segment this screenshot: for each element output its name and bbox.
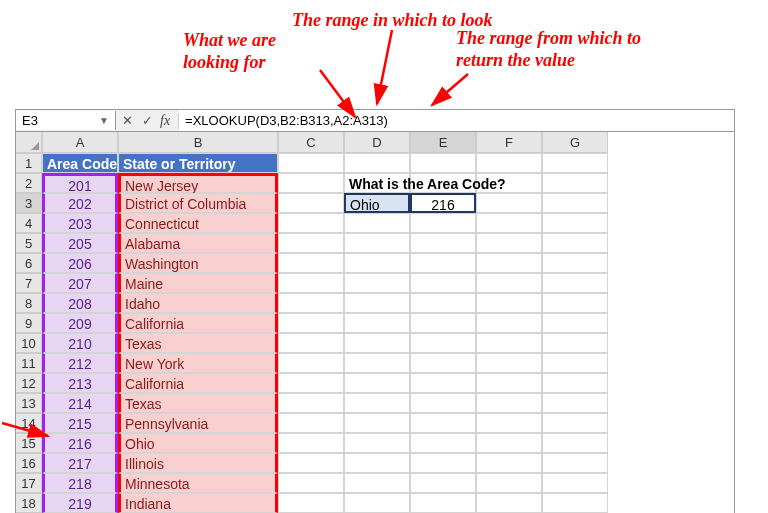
cell[interactable]: [344, 493, 410, 513]
cell[interactable]: [278, 473, 344, 493]
cell[interactable]: [344, 253, 410, 273]
cell[interactable]: [476, 313, 542, 333]
cell[interactable]: [410, 493, 476, 513]
area-code-cell[interactable]: 216: [42, 433, 118, 453]
state-cell[interactable]: California: [118, 313, 278, 333]
cell[interactable]: [542, 433, 608, 453]
cell[interactable]: [476, 253, 542, 273]
cell[interactable]: [344, 473, 410, 493]
state-cell[interactable]: Minnesota: [118, 473, 278, 493]
cell[interactable]: [542, 393, 608, 413]
cell[interactable]: [278, 153, 344, 173]
row-header[interactable]: 4: [16, 213, 42, 233]
cell[interactable]: [476, 333, 542, 353]
row-header[interactable]: 17: [16, 473, 42, 493]
col-header[interactable]: A: [42, 132, 118, 153]
area-code-cell[interactable]: 219: [42, 493, 118, 513]
row-header[interactable]: 18: [16, 493, 42, 513]
cell[interactable]: [410, 373, 476, 393]
row-header[interactable]: 13: [16, 393, 42, 413]
area-code-cell[interactable]: 203: [42, 213, 118, 233]
cell[interactable]: [476, 473, 542, 493]
area-code-cell[interactable]: 212: [42, 353, 118, 373]
state-cell[interactable]: Connecticut: [118, 213, 278, 233]
grid[interactable]: A B C D E F G 1 Area Code State or Terri…: [16, 132, 734, 513]
state-cell[interactable]: District of Columbia: [118, 193, 278, 213]
cell[interactable]: [344, 333, 410, 353]
cell[interactable]: [344, 273, 410, 293]
col-header[interactable]: G: [542, 132, 608, 153]
cell[interactable]: [278, 313, 344, 333]
cell[interactable]: [542, 473, 608, 493]
row-header[interactable]: 12: [16, 373, 42, 393]
cell[interactable]: [476, 213, 542, 233]
row-header[interactable]: 7: [16, 273, 42, 293]
area-code-cell[interactable]: 205: [42, 233, 118, 253]
cell[interactable]: [542, 293, 608, 313]
cell[interactable]: [410, 233, 476, 253]
area-code-cell[interactable]: 214: [42, 393, 118, 413]
cell[interactable]: [410, 413, 476, 433]
row-header[interactable]: 11: [16, 353, 42, 373]
area-code-cell[interactable]: 213: [42, 373, 118, 393]
area-code-cell[interactable]: 209: [42, 313, 118, 333]
cell[interactable]: [542, 193, 608, 213]
table-header-area[interactable]: Area Code: [42, 153, 118, 173]
cell[interactable]: [542, 253, 608, 273]
cell[interactable]: [344, 153, 410, 173]
state-cell[interactable]: New York: [118, 353, 278, 373]
state-cell[interactable]: Illinois: [118, 453, 278, 473]
row-header[interactable]: 3: [16, 193, 42, 213]
cell[interactable]: [476, 413, 542, 433]
col-header[interactable]: D: [344, 132, 410, 153]
cell[interactable]: [278, 293, 344, 313]
cell[interactable]: [476, 293, 542, 313]
cell[interactable]: [542, 313, 608, 333]
name-box-dropdown-icon[interactable]: ▼: [99, 115, 109, 126]
area-code-cell[interactable]: 218: [42, 473, 118, 493]
area-code-cell[interactable]: 206: [42, 253, 118, 273]
name-box[interactable]: E3 ▼: [16, 111, 116, 130]
cell[interactable]: [476, 493, 542, 513]
row-header[interactable]: 6: [16, 253, 42, 273]
cell[interactable]: [410, 353, 476, 373]
row-header[interactable]: 2: [16, 173, 42, 193]
row-header[interactable]: 9: [16, 313, 42, 333]
cell[interactable]: [410, 213, 476, 233]
cell[interactable]: [476, 193, 542, 213]
fx-icon[interactable]: fx: [158, 113, 179, 129]
cell[interactable]: [476, 233, 542, 253]
result-cell[interactable]: 216: [410, 193, 476, 213]
cell[interactable]: [542, 233, 608, 253]
cell[interactable]: [278, 193, 344, 213]
cell[interactable]: [344, 353, 410, 373]
col-header[interactable]: F: [476, 132, 542, 153]
cell[interactable]: [476, 373, 542, 393]
cell[interactable]: [410, 453, 476, 473]
cell[interactable]: [410, 433, 476, 453]
cell[interactable]: [278, 173, 344, 193]
cell[interactable]: [344, 433, 410, 453]
cell[interactable]: [344, 453, 410, 473]
area-code-cell[interactable]: 208: [42, 293, 118, 313]
cell[interactable]: [344, 393, 410, 413]
cell[interactable]: [410, 153, 476, 173]
cell[interactable]: [542, 373, 608, 393]
cell[interactable]: [278, 453, 344, 473]
state-cell[interactable]: Texas: [118, 333, 278, 353]
cell[interactable]: [278, 393, 344, 413]
cell[interactable]: [542, 453, 608, 473]
row-header[interactable]: 1: [16, 153, 42, 173]
cell[interactable]: [476, 433, 542, 453]
accept-icon[interactable]: ✓: [140, 113, 154, 128]
table-header-state[interactable]: State or Territory: [118, 153, 278, 173]
state-cell[interactable]: Pennsylvania: [118, 413, 278, 433]
lookup-value-cell[interactable]: Ohio: [344, 193, 410, 213]
cell[interactable]: [278, 373, 344, 393]
area-code-cell[interactable]: 210: [42, 333, 118, 353]
state-cell[interactable]: Washington: [118, 253, 278, 273]
cell[interactable]: [410, 393, 476, 413]
state-cell[interactable]: Alabama: [118, 233, 278, 253]
cell[interactable]: [278, 233, 344, 253]
cancel-icon[interactable]: ✕: [120, 113, 134, 128]
